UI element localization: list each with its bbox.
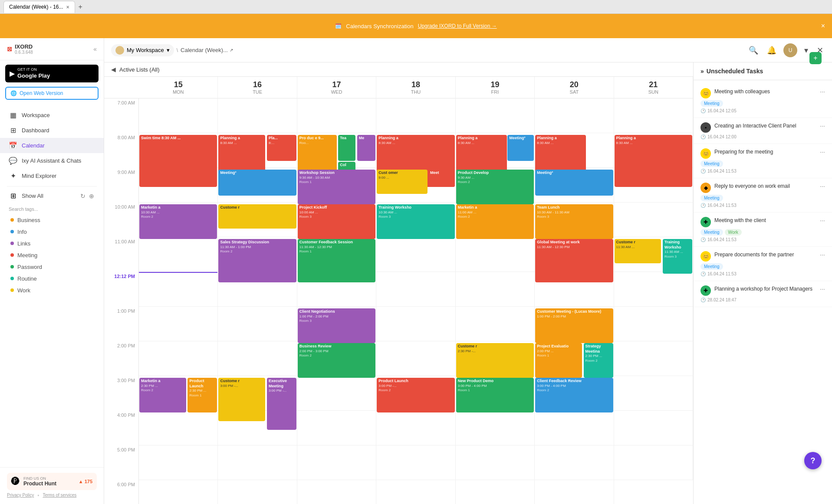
- active-lists-label[interactable]: Active Lists (All): [119, 66, 159, 73]
- task-item[interactable]: ▪ Creating an Interactive Client Panel ·…: [694, 118, 832, 144]
- event-marketing-mon[interactable]: Marketin a 10:30 AM ... Room 2: [139, 204, 217, 239]
- cell-mon-1800[interactable]: [139, 480, 218, 504]
- cell-mon-1212[interactable]: [139, 272, 218, 307]
- task-more-button[interactable]: ···: [820, 183, 825, 190]
- sidebar-item-mind-explorer[interactable]: ✦ Mind Explorer: [0, 168, 104, 183]
- event-new-product-demo[interactable]: New Product Demo 3:00 PM - 4:00 PM Room …: [456, 378, 534, 412]
- help-button[interactable]: ?: [804, 452, 822, 469]
- cell-mon-1400[interactable]: [139, 341, 218, 376]
- cell-wed-1800[interactable]: [297, 480, 376, 504]
- calendar-tab[interactable]: Calendar (Week) - 16... ✕: [3, 1, 75, 13]
- cell-tue-1400[interactable]: [218, 341, 297, 376]
- sidebar-collapse-icon[interactable]: «: [93, 46, 97, 52]
- event-planning-b-tue[interactable]: Pla... 8:...: [267, 135, 296, 161]
- cell-wed-800[interactable]: Pro duc e 9... Roo... Tea Me Col: [297, 133, 376, 168]
- cell-fri-1800[interactable]: [456, 480, 535, 504]
- cell-sun-1500[interactable]: [614, 376, 693, 411]
- task-item[interactable]: ✚ Planning a workshop for Project Manage…: [694, 281, 832, 307]
- cell-thu-800[interactable]: Planning a 8:30 AM ...: [376, 133, 455, 168]
- cell-fri-1000[interactable]: Marketin a 11:00 AM ... Room 2: [456, 203, 535, 237]
- event-planning-sun[interactable]: Planning a 8:30 AM ...: [615, 135, 692, 187]
- show-all-label[interactable]: Show All: [22, 193, 75, 199]
- event-meeting-sat[interactable]: Meeting²: [535, 170, 613, 196]
- cell-sat-1400[interactable]: Project Evaluatio 2:00 PM ... Room 1 Str…: [535, 341, 614, 376]
- cell-thu-1600[interactable]: [376, 411, 455, 445]
- cell-sun-1212[interactable]: [614, 272, 693, 307]
- event-project-kickoff[interactable]: Project Kickoff 10:00 AM ... Room 3: [298, 204, 375, 239]
- cell-fri-1212[interactable]: [456, 272, 535, 307]
- cell-wed-1000[interactable]: Project Kickoff 10:00 AM ... Room 3: [297, 203, 376, 237]
- cell-mon-1000[interactable]: Marketin a 10:30 AM ... Room 2: [139, 203, 218, 237]
- event-customer-sun[interactable]: Custome r 11:30 AM ...: [615, 239, 661, 263]
- google-play-button[interactable]: ▶ GET IT ON Google Play: [5, 65, 99, 82]
- search-button[interactable]: 🔍: [747, 44, 760, 57]
- event-executive-meeting[interactable]: Executive Meeting 3:00 PM -...: [267, 378, 296, 430]
- cell-sat-1600[interactable]: [535, 411, 614, 445]
- cell-mon-800[interactable]: Swim time 8:30 AM ...: [139, 133, 218, 168]
- task-item[interactable]: 😊 Prepare documents for the partner ··· …: [694, 247, 832, 281]
- task-more-button[interactable]: ···: [820, 217, 825, 224]
- cell-thu-900[interactable]: Cust omer 9:00 ... Meet: [376, 168, 455, 203]
- cell-sat-900[interactable]: Meeting²: [535, 168, 614, 203]
- task-more-button[interactable]: ···: [820, 88, 825, 95]
- cell-wed-1700[interactable]: [297, 445, 376, 480]
- cell-sat-700[interactable]: [535, 98, 614, 133]
- event-swim-time[interactable]: Swim time 8:30 AM ...: [139, 135, 217, 187]
- cell-fri-1100[interactable]: [456, 237, 535, 272]
- event-client-feedback-review[interactable]: Client Feedback Review 3:00 PM - 4:00 PM…: [535, 378, 613, 412]
- cell-fri-1600[interactable]: [456, 411, 535, 445]
- cell-tue-700[interactable]: [218, 98, 297, 133]
- refresh-button[interactable]: ↻: [79, 192, 86, 200]
- cell-fri-900[interactable]: Product Develop 9:30 AM ... Room 2: [456, 168, 535, 203]
- event-project-eval[interactable]: Project Evaluatio 2:00 PM ... Room 1: [535, 343, 582, 378]
- event-marketing-fri[interactable]: Marketin a 11:00 AM ... Room 2: [456, 204, 534, 239]
- cell-thu-1000[interactable]: Training Worksho 10:30 AM ... Room 3: [376, 203, 455, 237]
- cell-sat-1000[interactable]: Team Lunch 10:30 AM - 11:30 AM Room 3: [535, 203, 614, 237]
- add-workspace-button[interactable]: +: [809, 52, 822, 64]
- cell-mon-700[interactable]: [139, 98, 218, 133]
- open-web-version-button[interactable]: 🌐 Open Web Version: [5, 87, 99, 100]
- cell-thu-1700[interactable]: [376, 445, 455, 480]
- cell-fri-1400[interactable]: Custome r 2:30 PM -...: [456, 341, 535, 376]
- cell-sun-800[interactable]: Planning a 8:30 AM ...: [614, 133, 693, 168]
- add-list-button[interactable]: ⊕: [88, 192, 95, 200]
- event-meeting-fri[interactable]: Meeting²: [507, 135, 534, 161]
- event-customer-meeting-sat[interactable]: Customer Meeting - (Lucas Moore) 1:00 PM…: [535, 308, 613, 343]
- cell-sat-1100[interactable]: Global Meeting at work 11:30 AM - 12:30 …: [535, 237, 614, 272]
- cell-sun-1600[interactable]: [614, 411, 693, 445]
- event-customer-fri2[interactable]: Custome r 2:30 PM -...: [456, 343, 534, 378]
- cell-tue-800[interactable]: Planning a 8:30 AM ... Pla... 8:...: [218, 133, 297, 168]
- cell-fri-800[interactable]: Planning a 8:30 AM ... Meeting²: [456, 133, 535, 168]
- cell-wed-700[interactable]: [297, 98, 376, 133]
- event-product-develop[interactable]: Product Develop 9:30 AM ... Room 2: [456, 170, 534, 204]
- tag-routine[interactable]: Routine: [9, 273, 95, 285]
- product-hunt-card[interactable]: 🅟 FIND US ON Product Hunt ▲ 175: [7, 473, 97, 490]
- terms-link[interactable]: Terms of services: [43, 493, 76, 499]
- banner-upgrade-link[interactable]: Upgrade IXORD to Full Version →: [418, 23, 497, 29]
- event-customer-tue2[interactable]: Custome r 3:00 PM -...: [218, 378, 265, 421]
- tag-password[interactable]: Password: [9, 261, 95, 273]
- event-business-review[interactable]: Business Review 2:00 PM - 3:00 PM Room 2: [298, 343, 375, 378]
- event-training-sun[interactable]: Training Worksho 11:30 AM ... Room 3: [663, 239, 692, 274]
- event-workshop-wed[interactable]: Workshop Session 9:30 AM - 10:30 AM Room…: [298, 170, 375, 204]
- cell-wed-1100[interactable]: Customer Feedback Session 11:30 AM - 12:…: [297, 237, 376, 272]
- cell-mon-1500[interactable]: Marketin a 2:30 PM ... Room 2 Product La…: [139, 376, 218, 411]
- user-avatar[interactable]: U: [783, 43, 797, 57]
- task-item[interactable]: 😊 Preparing for the meeting ··· Meeting …: [694, 144, 832, 178]
- cell-thu-1100[interactable]: [376, 237, 455, 272]
- task-more-button[interactable]: ···: [820, 251, 825, 258]
- event-meet-thu[interactable]: Meet: [428, 170, 455, 187]
- task-more-button[interactable]: ···: [820, 122, 825, 129]
- event-me-wed[interactable]: Me: [357, 135, 376, 161]
- cell-sat-1700[interactable]: [535, 445, 614, 480]
- cell-wed-1300[interactable]: Client Negotiations 1:00 PM - 2:00 PM Ro…: [297, 307, 376, 341]
- event-meeting-tue2[interactable]: Meeting²: [218, 170, 296, 196]
- cell-tue-1700[interactable]: [218, 445, 297, 480]
- sidebar-item-ixy[interactable]: 💬 Ixy AI Assistant & Chats: [0, 153, 104, 168]
- sidebar-item-calendar[interactable]: 📅 Calendar: [0, 138, 104, 153]
- workspace-badge[interactable]: My Workspace ▾: [111, 44, 174, 56]
- sidebar-item-dashboard[interactable]: ⊞ Dashboard: [0, 123, 104, 138]
- cell-thu-1400[interactable]: [376, 341, 455, 376]
- cell-sun-1800[interactable]: [614, 480, 693, 504]
- cell-tue-900[interactable]: Meeting²: [218, 168, 297, 203]
